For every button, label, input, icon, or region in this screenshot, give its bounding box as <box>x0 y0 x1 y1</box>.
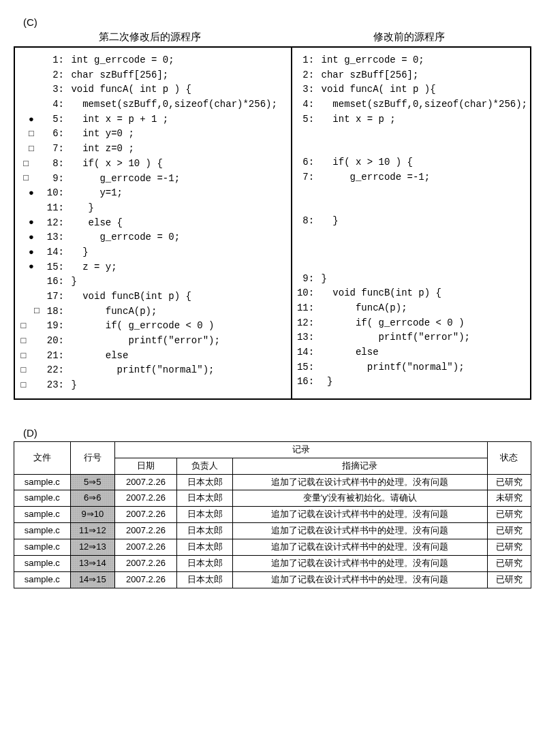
line-number: 6: <box>45 127 64 142</box>
change-mark: □ <box>18 127 45 141</box>
code-text: char szBuff[256]; <box>64 68 168 83</box>
table-row: sample.c9⇒102007.2.26日本太郎追加了记载在设计式样书中的处理… <box>14 507 531 523</box>
table-cell: 日本太郎 <box>176 556 233 572</box>
section-d-label: (D) <box>23 427 531 439</box>
table-cell: 日本太郎 <box>176 474 233 490</box>
code-line: 7: g_errcode =-1; <box>295 170 527 185</box>
code-line: 8: } <box>295 214 527 229</box>
code-line: □ 20: printf("error"); <box>18 334 288 349</box>
change-mark: ● <box>18 113 45 127</box>
table-row: sample.c5⇒52007.2.26日本太郎追加了记载在设计式样书中的处理。… <box>14 474 531 490</box>
line-number: 8: <box>295 214 314 229</box>
code-heading-right: 修改前的源程序 <box>286 31 531 44</box>
change-mark: □ <box>18 172 45 185</box>
table-cell: sample.c <box>14 490 71 507</box>
table-row: sample.c13⇒142007.2.26日本太郎追加了记载在设计式样书中的处… <box>14 556 531 572</box>
change-mark: ● <box>18 231 45 245</box>
change-mark: □ <box>18 304 45 318</box>
th-file: 文件 <box>14 441 71 474</box>
table-cell: sample.c <box>14 571 71 588</box>
table-cell: 已研究 <box>487 474 531 490</box>
code-line: 2: char szBuff[256]; <box>18 68 288 83</box>
line-number: 10: <box>295 286 314 301</box>
code-line: □ 8: if( x > 10 ) { <box>18 157 288 172</box>
code-line: □ 22: printf("normal"); <box>18 363 288 378</box>
line-number: 13: <box>295 330 314 345</box>
line-number: 11: <box>45 201 64 216</box>
th-date: 日期 <box>115 458 177 474</box>
change-mark: ● <box>18 246 45 259</box>
line-number: 12: <box>45 216 64 231</box>
table-cell: 2007.2.26 <box>115 539 177 556</box>
code-text: printf("normal"); <box>314 360 464 375</box>
line-number: 2: <box>45 68 64 83</box>
change-mark: □ <box>18 319 45 333</box>
code-text: } <box>64 201 94 216</box>
table-cell: sample.c <box>14 556 71 572</box>
code-text: void funcB(int p) { <box>64 289 191 304</box>
code-text: if( g_errcode < 0 ) <box>64 319 214 334</box>
code-text: int g_errcode = 0; <box>314 53 424 68</box>
line-number: 15: <box>45 260 64 275</box>
table-cell: 6⇒6 <box>70 490 115 507</box>
table-cell: 已研究 <box>487 507 531 523</box>
section-c-label: (C) <box>23 16 531 28</box>
code-text: else { <box>64 216 123 231</box>
code-line: 3: void funcA( int p ) { <box>18 82 288 97</box>
code-line: 2: char szBuff[256]; <box>295 68 527 83</box>
code-text: else <box>314 345 378 360</box>
code-text: } <box>314 272 327 287</box>
code-text: char szBuff[256]; <box>314 68 418 83</box>
code-line: ●14: } <box>18 245 288 260</box>
code-text: g_errcode =-1; <box>64 172 180 187</box>
code-text: g_errcode = 0; <box>64 230 180 245</box>
table-cell: 日本太郎 <box>176 490 233 507</box>
code-line: 4: memset(szBuff,0,sizeof(char)*256); <box>295 97 527 112</box>
table-cell: sample.c <box>14 507 71 523</box>
code-text: void funcA( int p ){ <box>314 82 435 97</box>
line-number: 7: <box>295 170 314 185</box>
line-number: 8: <box>45 157 64 172</box>
code-line: □ 23: } <box>18 378 288 393</box>
line-number: 20: <box>45 334 64 349</box>
table-cell: 追加了记载在设计式样书中的处理。没有问题 <box>233 523 487 539</box>
code-line: 16: } <box>18 274 288 289</box>
table-cell: 2007.2.26 <box>115 474 177 490</box>
code-text: int x = p ; <box>314 112 396 127</box>
code-line: 3: void funcA( int p ){ <box>295 82 527 97</box>
code-text: int x = p + 1 ; <box>64 112 168 127</box>
line-number: 18: <box>45 304 64 319</box>
code-text: memset(szBuff,0,sizeof(char)*256); <box>64 97 277 112</box>
table-row: sample.c11⇒122007.2.26日本太郎追加了记载在设计式样书中的处… <box>14 523 531 539</box>
table-cell: 12⇒13 <box>70 539 115 556</box>
code-text: printf("error"); <box>314 330 470 345</box>
code-text: z = y; <box>64 260 117 275</box>
line-number: 9: <box>45 172 64 187</box>
code-text: y=1; <box>64 186 123 201</box>
code-line: 10: void funcB(int p) { <box>295 286 527 301</box>
th-status: 状态 <box>487 441 531 474</box>
change-mark: □ <box>18 142 45 156</box>
line-number: 3: <box>295 82 314 97</box>
table-cell: 已研究 <box>487 539 531 556</box>
code-text: g_errcode =-1; <box>314 170 430 185</box>
change-mark: □ <box>18 157 45 171</box>
th-note: 指摘记录 <box>233 458 487 474</box>
table-cell: 日本太郎 <box>176 507 233 523</box>
code-text: if( x > 10 ) { <box>314 155 413 170</box>
code-text: funcA(p); <box>314 301 407 316</box>
table-cell: 11⇒12 <box>70 523 115 539</box>
code-text: } <box>64 245 89 260</box>
table-cell: 追加了记载在设计式样书中的处理。没有问题 <box>233 539 487 556</box>
table-cell: sample.c <box>14 523 71 539</box>
line-number: 22: <box>45 363 64 378</box>
line-number: 11: <box>295 301 314 316</box>
change-mark: ● <box>18 187 45 200</box>
line-number: 5: <box>45 112 64 127</box>
table-cell: 日本太郎 <box>176 571 233 588</box>
line-number: 1: <box>45 53 64 68</box>
code-left-pane: 1: int g_errcode = 0;2: char szBuff[256]… <box>15 48 292 398</box>
change-mark: □ <box>18 364 45 377</box>
line-number: 19: <box>45 319 64 334</box>
blank-line <box>295 185 527 200</box>
